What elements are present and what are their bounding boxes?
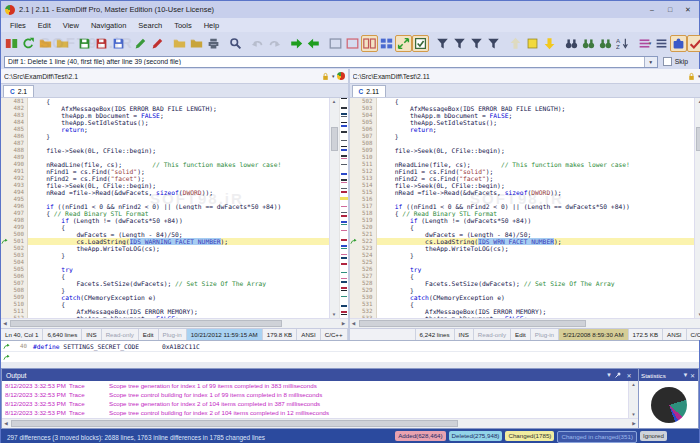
code-line[interactable]: 505 theApp.SetIdleStatus(); bbox=[350, 119, 695, 126]
code-line[interactable]: 493 file->Seek(0L, CFile::begin); bbox=[1, 182, 329, 189]
code-line[interactable]: 508 } bbox=[1, 287, 329, 294]
scroll-up-arrow[interactable]: ▲ bbox=[629, 381, 638, 388]
code-line[interactable]: 520 { bbox=[350, 224, 695, 231]
output-horizontal-scrollbar[interactable]: ◀ ▶ bbox=[2, 418, 638, 428]
filter-show-all-button[interactable] bbox=[434, 35, 451, 52]
filter-added-lines-button[interactable] bbox=[451, 35, 468, 52]
code-line[interactable]: 507 Facets.SetSize(dwFacets); // Set Siz… bbox=[1, 280, 329, 287]
code-line[interactable]: 506 { bbox=[1, 273, 329, 280]
scrollbar-thumb[interactable] bbox=[11, 420, 458, 427]
code-line[interactable]: 532 AfxMessageBox(IDS_ERROR_MEMORY); bbox=[350, 308, 695, 315]
find-next-button[interactable] bbox=[580, 35, 597, 52]
maximize-button[interactable]: □ bbox=[663, 4, 677, 16]
code-line[interactable]: 482 AfxMessageBox(IDS_ERROR_BAD_FILE_LEN… bbox=[1, 105, 329, 112]
code-line[interactable]: 483 theApp.m_bDocument = FALSE; bbox=[1, 112, 329, 119]
close-button[interactable]: ✕ bbox=[681, 4, 695, 16]
find-button[interactable] bbox=[227, 35, 244, 52]
minimize-button[interactable]: – bbox=[645, 4, 659, 16]
code-line[interactable]: 518 { // Read Binary STL Format bbox=[350, 210, 695, 217]
filter-deleted-lines-button[interactable] bbox=[468, 35, 485, 52]
code-line[interactable]: 528 Facets.SetSize(dwFacets); // Set Siz… bbox=[350, 280, 695, 287]
code-line[interactable]: 504 theApp.m_bDocument = FALSE; bbox=[350, 112, 695, 119]
code-line[interactable]: 508 bbox=[350, 140, 695, 147]
code-line[interactable]: 526 try bbox=[350, 266, 695, 273]
plug-ins-button[interactable] bbox=[670, 35, 687, 52]
scroll-left-arrow[interactable]: ◀ bbox=[350, 319, 358, 328]
code-line[interactable]: 510 bbox=[350, 154, 695, 161]
scroll-down-arrow[interactable]: ▼ bbox=[330, 311, 339, 318]
code-line[interactable]: 524 } bbox=[350, 252, 695, 259]
code-line[interactable]: 516 bbox=[350, 196, 695, 203]
code-line[interactable]: 531 { bbox=[350, 301, 695, 308]
word-wrap-button[interactable] bbox=[653, 35, 670, 52]
next-change-button[interactable] bbox=[541, 35, 558, 52]
code-line[interactable]: 488 file->Seek(0L, CFile::begin); bbox=[1, 147, 329, 154]
code-line[interactable]: 506 return; bbox=[350, 126, 695, 133]
code-line[interactable]: 509 file->Seek(0L, CFile::begin); bbox=[350, 147, 695, 154]
code-line[interactable]: 512 nFind1 = cs.Find("solid"); bbox=[350, 168, 695, 175]
scrollbar-thumb[interactable] bbox=[331, 127, 338, 151]
close-icon[interactable]: ✕ bbox=[624, 372, 634, 379]
code-line[interactable]: 521 dwFacets = (Length - 84)/50; bbox=[350, 231, 695, 238]
close-icon[interactable]: ✕ bbox=[689, 372, 696, 379]
menu-search[interactable]: Search bbox=[132, 20, 168, 31]
code-line[interactable]: 486 } bbox=[1, 133, 329, 140]
code-line[interactable]: 490 nReadLine(file, cs); // This functio… bbox=[1, 161, 329, 168]
code-line[interactable]: 525 bbox=[350, 259, 695, 266]
code-line[interactable]: 494 nRead =file->Read(&dwFacets, sizeof(… bbox=[1, 189, 329, 196]
code-line[interactable]: 489 bbox=[1, 154, 329, 161]
menu-navigation[interactable]: Navigation bbox=[85, 20, 132, 31]
auto-recompare-button[interactable] bbox=[412, 35, 429, 52]
open-first-file-button[interactable] bbox=[37, 35, 54, 52]
status-segment[interactable]: Plug-in bbox=[159, 329, 187, 340]
recompare-button[interactable] bbox=[20, 35, 37, 52]
scroll-left-arrow[interactable]: ◀ bbox=[1, 319, 9, 328]
open-second-file-button[interactable] bbox=[54, 35, 71, 52]
code-line[interactable]: 499 { bbox=[1, 224, 329, 231]
diff-selector-combo[interactable]: Diff 1: Delete 1 line (40, first file) a… bbox=[4, 56, 658, 68]
save-second-file-button[interactable] bbox=[93, 35, 110, 52]
layout-grid-button[interactable] bbox=[378, 35, 395, 52]
find-previous-button[interactable] bbox=[597, 35, 614, 52]
code-line[interactable]: 491 nFind1 = cs.Find("solid"); bbox=[1, 168, 329, 175]
code-line[interactable]: 517 if ((nFind1 < 0 && nFind2 < 0) || (L… bbox=[350, 203, 695, 210]
code-line[interactable]: 523 theApp.WriteToLOG(cs); bbox=[350, 245, 695, 252]
code-line[interactable]: 504 bbox=[1, 259, 329, 266]
code-line[interactable]: 510 { bbox=[1, 301, 329, 308]
scroll-down-arrow[interactable]: ▼ bbox=[695, 311, 700, 318]
copy-second-to-first-button[interactable] bbox=[188, 35, 205, 52]
status-segment[interactable]: Read-only bbox=[102, 329, 139, 340]
scroll-left-arrow[interactable]: ◀ bbox=[2, 419, 10, 428]
code-line[interactable]: 496 if ((nFind1 < 0 && nFind2 < 0) || (L… bbox=[1, 203, 329, 210]
status-segment[interactable]: INS bbox=[82, 329, 101, 340]
output-vertical-scrollbar[interactable]: ▲▼ bbox=[628, 381, 638, 418]
print-button[interactable] bbox=[205, 35, 222, 52]
code-line[interactable]: 500 dwFacets = (Length - 84)/50; bbox=[1, 231, 329, 238]
second-file-tab[interactable]: C2.11 bbox=[352, 85, 386, 97]
scroll-right-arrow[interactable]: ▶ bbox=[630, 419, 638, 428]
show-differences-button[interactable] bbox=[395, 35, 412, 52]
code-line[interactable]: 519 if (Length != (dwFacets*50 +84)) bbox=[350, 217, 695, 224]
match-options-button[interactable] bbox=[614, 35, 631, 52]
code-line[interactable]: 492 nFind2 = cs.Find("facet"); bbox=[1, 175, 329, 182]
status-segment[interactable]: Read-only bbox=[474, 329, 511, 340]
code-line[interactable]: 501 cs.LoadString(IDS_WARNING_FACET_NUMB… bbox=[1, 238, 329, 245]
scroll-up-arrow[interactable]: ▲ bbox=[695, 98, 700, 105]
code-line[interactable]: 484 theApp.SetIdleStatus(); bbox=[1, 119, 329, 126]
vertical-scrollbar[interactable]: ▲▼ bbox=[329, 98, 339, 318]
current-change-button[interactable] bbox=[524, 35, 541, 52]
status-segment[interactable]: Plug-in bbox=[531, 329, 559, 340]
copy-first-to-second-button[interactable] bbox=[171, 35, 188, 52]
chevron-down-icon[interactable]: ▾ bbox=[332, 73, 335, 79]
code-line[interactable]: 487 bbox=[1, 140, 329, 147]
first-file-tab[interactable]: C2.1 bbox=[3, 85, 34, 97]
menu-files[interactable]: Files bbox=[4, 20, 32, 31]
edit-options-button[interactable] bbox=[687, 35, 700, 52]
save-both-files-button[interactable] bbox=[110, 35, 127, 52]
compare-files-button[interactable] bbox=[3, 35, 20, 52]
layout-split-button[interactable] bbox=[361, 35, 378, 52]
menu-view[interactable]: View bbox=[57, 20, 85, 31]
menu-edit[interactable]: Edit bbox=[32, 20, 57, 31]
vertical-scrollbar[interactable]: ▲▼ bbox=[694, 98, 700, 318]
code-line[interactable]: 514 file->Seek(0L, CFile::begin); bbox=[350, 182, 695, 189]
